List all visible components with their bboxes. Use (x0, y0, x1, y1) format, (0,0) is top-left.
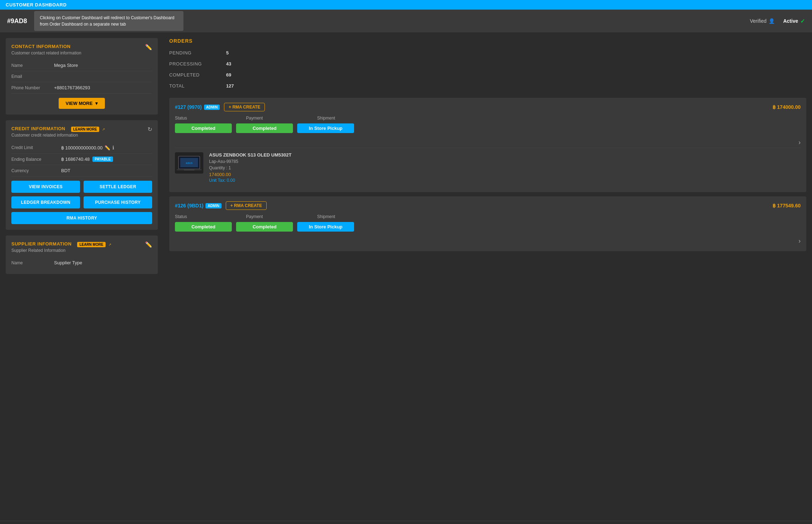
view-invoices-button[interactable]: VIEW INVOICES (11, 181, 80, 193)
contact-card-header: CONTACT INFORMATION Customer contact rel… (11, 44, 152, 60)
completed-label: COMPLETED (169, 72, 226, 78)
header-tooltip: Clicking on Customer Dashboard will redi… (34, 11, 183, 31)
left-panel: CONTACT INFORMATION Customer contact rel… (0, 32, 164, 521)
order1-header: #127 (9970) ADMIN + RMA CREATE ฿ 174000.… (175, 103, 801, 111)
name-label: Name (11, 63, 54, 68)
supplier-title-group: SUPPLIER INFORMATION LEARN MORE ↗ (11, 241, 111, 248)
orders-stats-table: PENDING 5 PROCESSING 43 COMPLETED 69 TOT… (169, 48, 806, 91)
view-more-button[interactable]: VIEW MORE ▾ (59, 98, 105, 109)
credit-limit-label: Credit Limit (11, 145, 61, 150)
chevron-down-icon: ▾ (95, 101, 98, 106)
total-label: TOTAL (169, 83, 226, 89)
credit-card-header: CREDIT INFORMATION LEARN MORE ↗ ↻ (11, 126, 152, 133)
email-label: Email (11, 74, 54, 79)
phone-value: +8801767366293 (54, 85, 90, 90)
learn-more-badge[interactable]: LEARN MORE (71, 127, 99, 132)
order1-expand-icon[interactable]: › (175, 137, 801, 148)
credit-buttons: VIEW INVOICES SETTLE LEDGER LEDGER BREAK… (11, 181, 152, 224)
order2-status-label: Status (175, 214, 246, 219)
order2-shipment-label: Shipment (317, 214, 388, 219)
order2-payment-badge: Completed (236, 222, 293, 232)
top-bar-title: CUSTOMER DASHBOARD (6, 2, 66, 7)
settle-ledger-button[interactable]: SETTLE LEDGER (84, 181, 152, 193)
order1-product-sku: Lap-Asu-99785 (209, 159, 801, 164)
order2-labels: Status Payment Shipment (175, 214, 801, 219)
order2-header: #126 (9BD1) ADMIN + RMA CREATE ฿ 177549.… (175, 201, 801, 210)
order-card-1: #127 (9970) ADMIN + RMA CREATE ฿ 174000.… (169, 98, 806, 192)
completed-value: 69 (226, 72, 231, 78)
supplier-info-subtitle: Supplier Related Information (11, 248, 152, 253)
order1-shipment-badge: In Store Pickup (297, 123, 354, 133)
order1-admin-badge: ADMIN (204, 105, 220, 110)
contact-name-row: Name Mega Store (11, 60, 152, 71)
order2-rma-button[interactable]: + RMA CREATE (226, 201, 267, 210)
payable-badge: PAYABLE (92, 157, 113, 162)
name-value: Mega Store (54, 63, 78, 68)
order1-status-label: Status (175, 116, 246, 121)
order1-id: #127 (9970) (175, 104, 202, 110)
contact-info-subtitle: Customer contact related information (11, 51, 81, 55)
credit-limit-row: Credit Limit ฿ 100000000000.00 ✏️ ℹ (11, 142, 152, 154)
ending-balance-label: Ending Balance (11, 157, 61, 162)
verified-label: Verified (750, 18, 766, 24)
order2-admin-badge: ADMIN (205, 203, 221, 208)
active-label: Active (783, 18, 798, 24)
refresh-icon[interactable]: ↻ (148, 126, 152, 133)
order1-total: ฿ 174000.00 (773, 104, 801, 110)
order1-product-image: ASUS (175, 152, 203, 174)
currency-row: Currency BDT (11, 165, 152, 176)
credit-limit-value: ฿ 100000000000.00 ✏️ ℹ (61, 145, 114, 150)
supplier-info-title: SUPPLIER INFORMATION (11, 241, 71, 247)
credit-info-subtitle: Customer credit related information (11, 133, 152, 138)
main-content: CONTACT INFORMATION Customer contact rel… (0, 32, 812, 521)
order1-product-price: 174000.00 (209, 172, 801, 177)
supplier-external-link-icon: ↗ (108, 243, 111, 247)
order2-payment-label: Payment (246, 214, 317, 219)
order1-product-name: ASUS ZENBOOK S13 OLED UM5302T (209, 152, 801, 158)
supplier-learn-more-badge[interactable]: LEARN MORE (77, 242, 105, 247)
completed-row: COMPLETED 69 (169, 70, 806, 80)
processing-row: PROCESSING 43 (169, 59, 806, 69)
currency-label: Currency (11, 168, 61, 173)
supplier-card-header: SUPPLIER INFORMATION LEARN MORE ↗ ✏️ (11, 241, 152, 248)
ending-balance-value: ฿ 1686740.48 PAYABLE (61, 157, 113, 162)
pending-label: PENDING (169, 50, 226, 55)
pending-row: PENDING 5 (169, 48, 806, 58)
external-link-icon: ↗ (102, 127, 105, 131)
processing-label: PROCESSING (169, 61, 226, 67)
order2-total: ฿ 177549.60 (773, 203, 801, 208)
active-status: Active ✓ (783, 18, 805, 25)
contact-phone-row: Phone Number +8801767366293 (11, 82, 152, 94)
order2-status-badge: Completed (175, 222, 232, 232)
order1-product-tax: Unit Tax: 0.00 (209, 178, 801, 183)
top-bar: CUSTOMER DASHBOARD (0, 0, 812, 10)
svg-rect-4 (184, 170, 194, 170)
order1-badges: Completed Completed In Store Pickup (175, 123, 801, 133)
svg-text:ASUS: ASUS (186, 162, 192, 164)
processing-value: 43 (226, 61, 231, 67)
right-panel: ORDERS PENDING 5 PROCESSING 43 COMPLETED… (164, 32, 812, 521)
customer-id: #9AD8 (7, 17, 27, 25)
credit-title-group: CREDIT INFORMATION LEARN MORE ↗ (11, 126, 105, 133)
verified-icon: 👤 (769, 18, 775, 24)
header-row: #9AD8 Clicking on Customer Dashboard wil… (0, 10, 812, 32)
credit-limit-edit-icon[interactable]: ✏️ (105, 145, 110, 150)
supplier-info-card: SUPPLIER INFORMATION LEARN MORE ↗ ✏️ Sup… (6, 235, 158, 274)
pending-value: 5 (226, 50, 229, 55)
order1-product-row: ASUS ASUS ZENBOOK S13 OLED UM5302T Lap-A… (175, 148, 801, 187)
supplier-name-row: Name Supplier Type (11, 257, 152, 268)
verified-status: Verified 👤 (750, 18, 775, 24)
phone-label: Phone Number (11, 85, 54, 90)
ledger-breakdown-button[interactable]: LEDGER BREAKDOWN (11, 196, 80, 208)
order1-payment-label: Payment (246, 116, 317, 121)
rma-history-button[interactable]: RMA HISTORY (11, 212, 152, 224)
supplier-edit-icon[interactable]: ✏️ (145, 241, 152, 248)
order1-status-badge: Completed (175, 123, 232, 133)
order1-rma-button[interactable]: + RMA CREATE (224, 103, 265, 111)
order2-expand-icon[interactable]: › (175, 236, 801, 246)
total-value: 127 (226, 83, 234, 89)
contact-info-title: CONTACT INFORMATION (11, 44, 81, 49)
active-check-icon: ✓ (800, 18, 805, 25)
purchase-history-button[interactable]: PURCHASE HISTORY (84, 196, 152, 208)
contact-edit-icon[interactable]: ✏️ (145, 44, 152, 51)
